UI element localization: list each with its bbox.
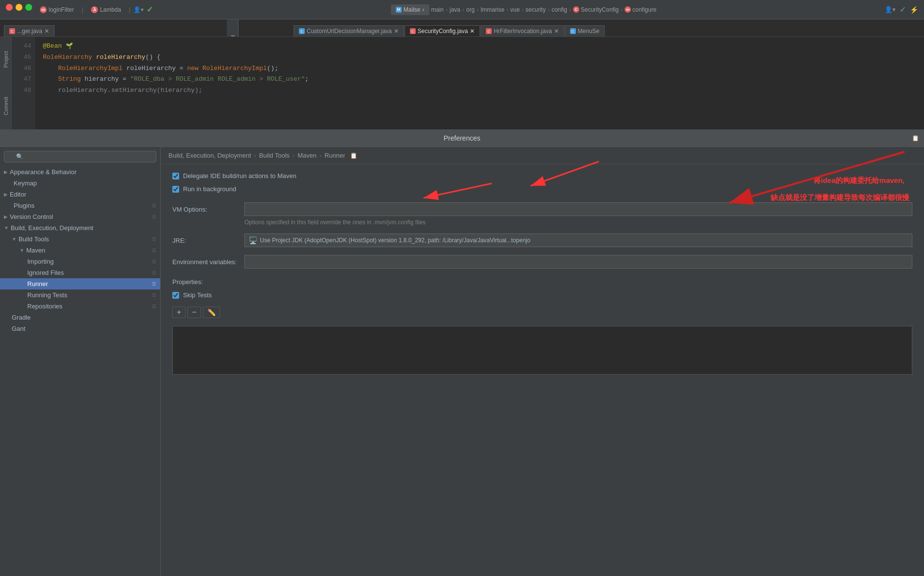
sidebar-item-maven[interactable]: ▼ Maven ☰	[0, 245, 160, 256]
code-line-45: RoleHierarchy roleHierarchy() {	[43, 52, 916, 63]
line-numbers: 44 45 46 47 48	[12, 37, 35, 129]
bc-vue[interactable]: vue	[510, 6, 519, 13]
commit-label[interactable]: Commit	[2, 95, 10, 117]
user-icon2[interactable]: 👤▾	[885, 6, 896, 13]
sidebar-item-keymap-label: Keymap	[14, 180, 37, 187]
sidebar-item-running-tests[interactable]: Running Tests ☰	[0, 289, 160, 301]
sidebar-item-running-tests-label: Running Tests	[27, 291, 67, 299]
sidebar-item-keymap[interactable]: Keymap	[0, 178, 160, 189]
close-tab-security[interactable]: ✕	[470, 28, 475, 35]
tab-lambda[interactable]: λ Lambda	[86, 6, 126, 13]
sidebar-item-gradle[interactable]: Gradle	[0, 312, 160, 323]
sidebar-item-plugins-label: Plugins	[14, 202, 35, 209]
close-tab-hr[interactable]: ✕	[554, 28, 559, 35]
bc-security-config[interactable]: C SecurityConfig	[573, 6, 619, 13]
more-icon[interactable]: ⚡	[910, 6, 918, 14]
maven-expand-icon: ▼	[19, 248, 24, 253]
skip-tests-row: Skip Tests	[172, 291, 912, 299]
bc-maven: Maven	[297, 152, 316, 159]
bc-configure[interactable]: m configure	[625, 6, 656, 13]
preferences-dialog: Preferences 📋 ▶ Appearance & Behavior Ke…	[0, 129, 924, 576]
add-button[interactable]: +	[172, 306, 185, 318]
code-area: Project Commit 44 45 46 47 48 @Bean 🌱 Ro…	[0, 37, 924, 129]
content-breadcrumb: Build, Execution, Deployment › Build Too…	[161, 147, 924, 164]
run-background-label: Run in background	[183, 185, 236, 193]
delegate-label: Delegate IDE build/run actions to Maven	[183, 172, 296, 180]
properties-list	[172, 326, 912, 375]
bc-config[interactable]: config	[552, 6, 567, 13]
env-vars-input[interactable]	[244, 255, 912, 269]
editor-expand-icon: ▶	[4, 192, 8, 197]
vc-expand-icon: ▶	[4, 214, 8, 219]
bc-build-tools: Build Tools	[259, 152, 290, 159]
sidebar-item-importing-label: Importing	[27, 258, 54, 265]
delegate-checkbox[interactable]	[172, 173, 179, 180]
importing-settings-icon: ☰	[152, 259, 156, 264]
project-label[interactable]: Project	[2, 49, 10, 70]
vm-options-hint: Options specified in this field override…	[172, 218, 912, 234]
sidebar-item-repositories[interactable]: Repositories ☰	[0, 301, 160, 312]
sidebar-item-ignored[interactable]: Ignored Files ☰	[0, 267, 160, 278]
dialog-title-bar: Preferences 📋	[0, 129, 924, 147]
dialog-book-icon[interactable]: 📋	[912, 135, 919, 142]
close-button[interactable]	[6, 4, 13, 11]
mailse-tab-arrow: ›	[423, 6, 425, 13]
sidebar-item-editor[interactable]: ▶ Editor	[0, 189, 160, 200]
tab-security-config[interactable]: C SecurityConfig.java ✕	[405, 25, 480, 36]
tab-menu-se[interactable]: C MenuSe	[565, 25, 605, 36]
dialog-body: ▶ Appearance & Behavior Keymap ▶ Editor …	[0, 147, 924, 576]
jre-selector[interactable]: 🖥️ Use Project JDK (AdoptOpenJDK (HostSp…	[244, 234, 912, 247]
bc-immarise[interactable]: Immarise	[480, 6, 504, 13]
mailse-tab[interactable]: M Mailse ›	[391, 4, 429, 15]
remove-button[interactable]: −	[187, 306, 201, 318]
sidebar-item-build-tools[interactable]: ▼ Build Tools ☰	[0, 234, 160, 245]
bc-main[interactable]: main	[431, 6, 444, 13]
skip-tests-checkbox[interactable]	[172, 292, 179, 299]
env-vars-row: Environment variables:	[172, 255, 912, 269]
sidebar-item-build-exec[interactable]: ▼ Build, Execution, Deployment	[0, 222, 160, 234]
skip-tests-label: Skip Tests	[183, 291, 212, 299]
maximize-button[interactable]	[25, 4, 32, 11]
env-vars-label: Environment variables:	[172, 258, 240, 266]
tab-filter-java[interactable]: C ...ger.java ✕	[4, 25, 55, 36]
close-tab-1[interactable]: ✕	[44, 28, 49, 35]
sidebar-item-appearance[interactable]: ▶ Appearance & Behavior	[0, 166, 160, 178]
git-icon2: ✓	[900, 5, 906, 14]
tab-lambda-label: Lambda	[100, 6, 121, 13]
bc-org[interactable]: org	[466, 6, 475, 13]
dialog-title: Preferences	[444, 134, 480, 142]
prefs-search-input[interactable]	[4, 151, 156, 162]
run-background-checkbox[interactable]	[172, 186, 179, 193]
mailse-tab-label: Mailse	[404, 6, 421, 13]
user-icon[interactable]: 👤▾	[133, 6, 144, 13]
sidebar-item-appearance-label: Appearance & Behavior	[10, 168, 76, 176]
git-icon: ✓	[147, 5, 153, 14]
minimize-button[interactable]	[16, 4, 22, 11]
sidebar-item-editor-label: Editor	[10, 191, 26, 198]
close-tab-custom[interactable]: ✕	[394, 28, 399, 35]
left-side-panel: Project Commit	[0, 37, 12, 129]
jdk-icon: 🖥️	[249, 236, 257, 244]
bc-java[interactable]: java	[450, 6, 461, 13]
tab-custom-url[interactable]: C CustomUrlDecisionManager.java ✕	[294, 25, 404, 36]
tab-login-filter-label: loginFilter	[49, 6, 74, 13]
sidebar-item-bt-label: Build Tools	[18, 235, 49, 243]
sidebar-item-build-label: Build, Execution, Deployment	[11, 224, 93, 232]
tab-login-filter[interactable]: m loginFilter	[35, 6, 79, 13]
sidebar-item-importing[interactable]: Importing ☰	[0, 256, 160, 267]
prefs-main-content: Build, Execution, Deployment › Build Too…	[161, 147, 924, 576]
maven-settings-icon: ☰	[152, 248, 156, 253]
sidebar-item-plugins[interactable]: Plugins ☰	[0, 200, 160, 211]
vm-options-input[interactable]	[244, 202, 912, 216]
sidebar-item-version-control[interactable]: ▶ Version Control ☰	[0, 211, 160, 222]
tab-hr-filter[interactable]: C HrFilterInvocation.java ✕	[480, 25, 564, 36]
edit-button[interactable]: ✏️	[203, 306, 220, 318]
vm-options-row: VM Options:	[172, 202, 912, 216]
sep: |	[82, 6, 83, 13]
bc-security[interactable]: security	[526, 6, 546, 13]
sidebar-item-runner[interactable]: Runner ☰	[0, 278, 160, 289]
lambda-icon: λ	[91, 6, 98, 13]
sidebar-item-ignored-label: Ignored Files	[27, 269, 64, 276]
sidebar-item-gant[interactable]: Gant	[0, 323, 160, 334]
code-line-46: RoleHierarchyImpl roleHierarchy = new Ro…	[43, 63, 916, 74]
